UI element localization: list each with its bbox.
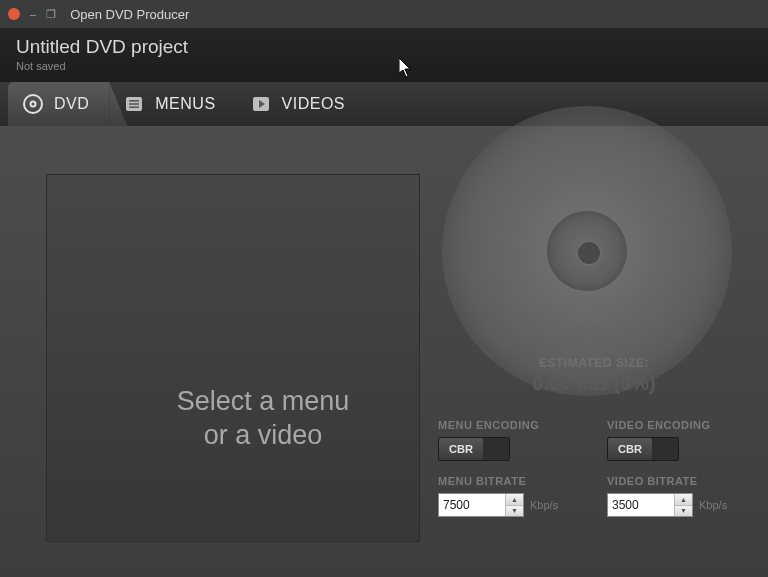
tab-menus[interactable]: MENUS — [109, 82, 235, 126]
menu-encoding-group: MENU ENCODING CBR — [438, 419, 581, 461]
video-encoding-toggle[interactable]: CBR — [607, 437, 679, 461]
menu-bitrate-unit: Kbp/s — [530, 499, 558, 511]
settings-panel: ESTIMATED SIZE: 0.00 MB (0%) MENU ENCODI… — [438, 356, 750, 517]
svg-point-0 — [24, 95, 42, 113]
menu-bitrate-down[interactable]: ▼ — [506, 506, 523, 517]
preview-pane: Select a menu or a video — [46, 174, 420, 542]
tab-videos-label: VIDEOS — [282, 95, 345, 113]
disc-graphic — [442, 106, 732, 396]
titlebar: – ❐ Open DVD Producer — [0, 0, 768, 28]
project-header: Untitled DVD project Not saved — [0, 28, 768, 82]
window-title: Open DVD Producer — [70, 7, 189, 22]
estimated-size-value: 0.00 MB (0%) — [438, 372, 750, 395]
play-icon — [250, 93, 272, 115]
video-bitrate-group: VIDEO BITRATE ▲ ▼ Kbp/s — [607, 475, 750, 517]
project-title: Untitled DVD project — [16, 36, 752, 58]
video-bitrate-down[interactable]: ▼ — [675, 506, 692, 517]
preview-line-2: or a video — [47, 419, 479, 453]
menu-bitrate-group: MENU BITRATE ▲ ▼ Kbp/s — [438, 475, 581, 517]
menu-bitrate-label: MENU BITRATE — [438, 475, 581, 487]
video-bitrate-up[interactable]: ▲ — [675, 494, 692, 506]
video-bitrate-unit: Kbp/s — [699, 499, 727, 511]
svg-rect-4 — [129, 103, 139, 105]
menu-encoding-toggle[interactable]: CBR — [438, 437, 510, 461]
preview-placeholder: Select a menu or a video — [47, 385, 479, 453]
video-encoding-label: VIDEO ENCODING — [607, 419, 750, 431]
tab-menus-label: MENUS — [155, 95, 215, 113]
svg-rect-3 — [129, 100, 139, 102]
tab-videos[interactable]: VIDEOS — [236, 82, 365, 126]
preview-line-1: Select a menu — [47, 385, 479, 419]
tab-dvd-label: DVD — [54, 95, 89, 113]
menu-bitrate-input[interactable] — [439, 494, 505, 516]
window-close-button[interactable] — [8, 8, 20, 20]
window-maximize-button[interactable]: ❐ — [46, 9, 56, 20]
tab-bar: DVD MENUS VIDEOS — [0, 82, 768, 126]
video-bitrate-input[interactable] — [608, 494, 674, 516]
svg-point-1 — [31, 102, 36, 107]
list-icon — [123, 93, 145, 115]
video-bitrate-label: VIDEO BITRATE — [607, 475, 750, 487]
svg-rect-5 — [129, 106, 139, 108]
disc-icon — [22, 93, 44, 115]
menu-encoding-label: MENU ENCODING — [438, 419, 581, 431]
project-status: Not saved — [16, 60, 752, 72]
content-area: Select a menu or a video ESTIMATED SIZE:… — [0, 126, 768, 577]
menu-encoding-value: CBR — [439, 438, 483, 460]
estimated-size-label: ESTIMATED SIZE: — [438, 356, 750, 370]
window-minimize-button[interactable]: – — [30, 9, 36, 20]
tab-dvd[interactable]: DVD — [8, 82, 109, 126]
video-bitrate-spinner: ▲ ▼ — [607, 493, 693, 517]
app-window: Untitled DVD project Not saved DVD MENUS… — [0, 28, 768, 577]
video-encoding-value: CBR — [608, 438, 652, 460]
menu-bitrate-up[interactable]: ▲ — [506, 494, 523, 506]
menu-bitrate-spinner: ▲ ▼ — [438, 493, 524, 517]
video-encoding-group: VIDEO ENCODING CBR — [607, 419, 750, 461]
